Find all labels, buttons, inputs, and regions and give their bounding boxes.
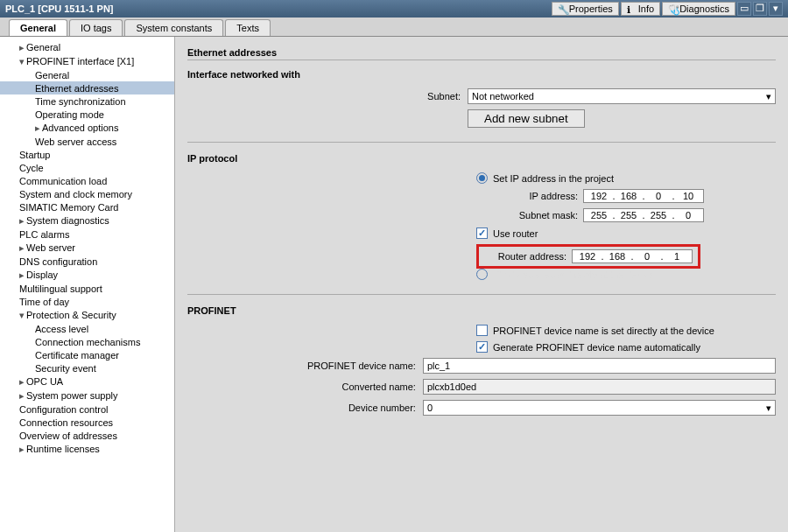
- tab-texts[interactable]: Texts: [225, 19, 271, 36]
- subnet-mask-label: Subnet mask:: [496, 210, 583, 220]
- window-restore-button[interactable]: ❐: [753, 2, 767, 16]
- devnum-label: Device number:: [187, 402, 423, 413]
- devnum-select[interactable]: 0: [423, 400, 776, 416]
- radio-set-in-project[interactable]: [476, 172, 488, 184]
- convname-label: Converted name:: [187, 382, 423, 392]
- window-menu-button[interactable]: ▾: [769, 2, 783, 16]
- tab-system-constants[interactable]: System constants: [124, 19, 223, 36]
- use-router-checkbox[interactable]: [476, 228, 488, 239]
- tree-general[interactable]: ▸General: [0, 40, 174, 54]
- tree-mem-card[interactable]: SIMATIC Memory Card: [0, 200, 174, 214]
- tree-pn-general[interactable]: General: [0, 68, 174, 81]
- info-icon: ℹ: [627, 4, 636, 13]
- tree-prot-access[interactable]: Access level: [0, 322, 174, 335]
- devname-label: PROFINET device name:: [187, 360, 423, 371]
- tree-protection[interactable]: ▾Protection & Security: [0, 308, 174, 322]
- sidebar: ▸General ▾PROFINET interface [X1] Genera…: [0, 37, 175, 532]
- subnet-select[interactable]: Not networked: [468, 88, 776, 104]
- info-button[interactable]: ℹInfo: [621, 2, 660, 16]
- tab-io-tags[interactable]: IO tags: [69, 19, 123, 36]
- router-address-input[interactable]: 192. 168. 0. 1: [572, 249, 693, 263]
- tree-plc-alarms[interactable]: PLC alarms: [0, 228, 174, 241]
- tree-cycle[interactable]: Cycle: [0, 161, 174, 174]
- tree-clock-mem[interactable]: System and clock memory: [0, 187, 174, 200]
- properties-button[interactable]: 🔧Properties: [552, 2, 619, 16]
- tree-comm-load[interactable]: Communication load: [0, 174, 174, 187]
- tree-pn-advanced[interactable]: ▸Advanced options: [0, 121, 174, 135]
- window-collapse-button[interactable]: ▭: [737, 2, 751, 16]
- router-address-label: Router address:: [484, 251, 572, 262]
- radio-set-at-device[interactable]: [476, 269, 488, 280]
- profinet-direct-checkbox[interactable]: [476, 325, 488, 336]
- tree-pn-time[interactable]: Time synchronization: [0, 94, 174, 108]
- tab-general[interactable]: General: [9, 19, 67, 36]
- tree-prot-sec[interactable]: Security event: [0, 361, 174, 374]
- tree-web-server[interactable]: ▸Web server: [0, 241, 174, 255]
- main-panel: Ethernet addresses Interface networked w…: [175, 37, 788, 532]
- group-ip: IP protocol Set IP address in the projec…: [187, 153, 776, 280]
- tree-pn-opmode[interactable]: Operating mode: [0, 108, 174, 121]
- tree-conn-res[interactable]: Connection resources: [0, 416, 174, 429]
- profinet-auto-checkbox[interactable]: [476, 341, 488, 353]
- ip-address-label: IP address:: [496, 191, 583, 201]
- tree-config-ctrl[interactable]: Configuration control: [0, 402, 174, 416]
- properties-icon: 🔧: [558, 4, 566, 13]
- group-profinet-title: PROFINET: [187, 305, 776, 316]
- add-subnet-button[interactable]: Add new subnet: [468, 109, 585, 128]
- tree-dns[interactable]: DNS configuration: [0, 255, 174, 268]
- tree-profinet[interactable]: ▾PROFINET interface [X1]: [0, 54, 174, 68]
- use-router-label: Use router: [493, 228, 538, 239]
- subnet-label: Subnet:: [187, 91, 468, 102]
- tree-runtime[interactable]: ▸Runtime licenses: [0, 442, 174, 456]
- devname-input[interactable]: plc_1: [423, 358, 776, 374]
- profinet-direct-label: PROFINET device name is set directly at …: [493, 326, 714, 336]
- convname-input: plcxb1d0ed: [423, 379, 776, 395]
- tree-opcua[interactable]: ▸OPC UA: [0, 374, 174, 388]
- divider: [187, 142, 776, 143]
- tree-prot-conn[interactable]: Connection mechanisms: [0, 335, 174, 348]
- radio-set-in-project-label: Set IP address in the project: [493, 173, 614, 184]
- tree-power[interactable]: ▸System power supply: [0, 388, 174, 402]
- group-interface-title: Interface networked with: [187, 69, 776, 80]
- radio-set-at-device-label: IP address is set directly at the device: [493, 270, 654, 280]
- tree-multilang[interactable]: Multilingual support: [0, 282, 174, 295]
- diagnostics-button[interactable]: 🩺Diagnostics: [662, 2, 735, 16]
- titlebar-buttons: 🔧Properties ℹInfo 🩺Diagnostics ▭ ❐ ▾: [552, 2, 783, 16]
- tabs: General IO tags System constants Texts: [0, 18, 788, 37]
- group-ip-title: IP protocol: [187, 153, 776, 164]
- titlebar: PLC_1 [CPU 1511-1 PN] 🔧Properties ℹInfo …: [0, 0, 788, 18]
- tree-display[interactable]: ▸Display: [0, 268, 174, 282]
- tree-sys-diag[interactable]: ▸System diagnostics: [0, 214, 174, 228]
- tree-pn-ethernet[interactable]: Ethernet addresses: [0, 81, 174, 94]
- router-address-highlight: Router address: 192. 168. 0. 1: [476, 244, 700, 269]
- subnet-mask-input[interactable]: 255. 255. 255. 0: [583, 208, 704, 222]
- tree-addr-over[interactable]: Overview of addresses: [0, 429, 174, 442]
- profinet-auto-label: Generate PROFINET device name automatica…: [493, 342, 700, 353]
- group-interface: Interface networked with Subnet: Not net…: [187, 69, 776, 128]
- section-title: Ethernet addresses: [187, 47, 776, 60]
- titlebar-title: PLC_1 [CPU 1511-1 PN]: [5, 4, 552, 14]
- divider-2: [187, 294, 776, 295]
- tree-tod[interactable]: Time of day: [0, 295, 174, 308]
- tree-startup[interactable]: Startup: [0, 148, 174, 161]
- group-profinet: PROFINET PROFINET device name is set dir…: [187, 305, 776, 416]
- ip-address-input[interactable]: 192. 168. 0. 10: [583, 189, 704, 203]
- diagnostics-icon: 🩺: [668, 4, 677, 13]
- tree-pn-web[interactable]: Web server access: [0, 135, 174, 148]
- tree-prot-cert[interactable]: Certificate manager: [0, 348, 174, 361]
